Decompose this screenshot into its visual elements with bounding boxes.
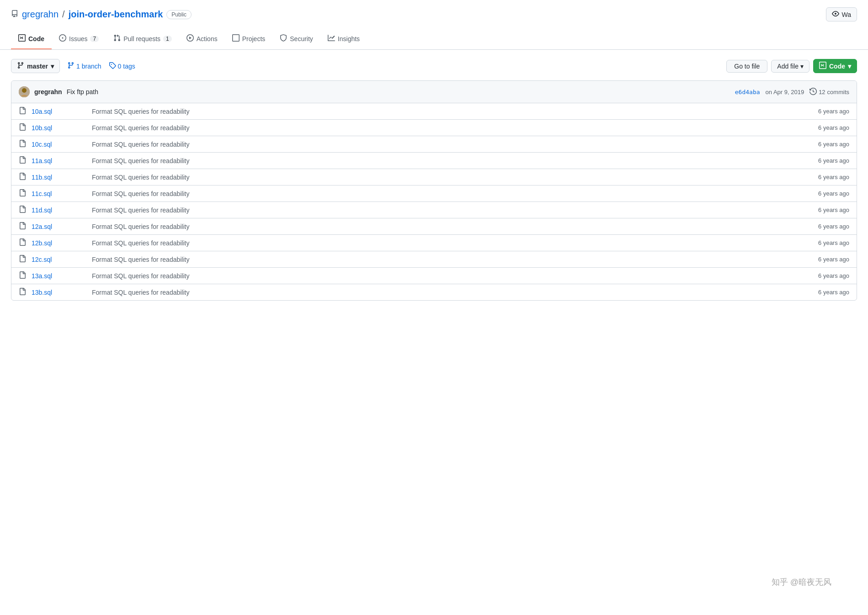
branch-chevron-icon: ▾ <box>51 63 54 70</box>
file-commit-message: Format SQL queries for readability <box>92 272 813 280</box>
file-icon <box>19 206 26 214</box>
file-icon <box>19 255 26 264</box>
nav-projects-label: Projects <box>242 35 266 42</box>
repo-icon <box>11 10 18 19</box>
file-name[interactable]: 13a.sql <box>32 272 86 280</box>
branch-count-link[interactable]: 1 branch <box>67 62 101 70</box>
repo-header: gregrahn / join-order-benchmark Public W… <box>0 0 868 50</box>
file-icon <box>19 271 26 280</box>
add-file-chevron-icon: ▾ <box>800 63 804 70</box>
nav-insights-label: Insights <box>338 35 360 42</box>
nav-item-projects[interactable]: Projects <box>225 29 273 49</box>
file-name[interactable]: 11d.sql <box>32 207 86 214</box>
table-row: 12b.sql Format SQL queries for readabili… <box>11 235 857 251</box>
file-time: 6 years ago <box>818 157 849 164</box>
table-row: 10a.sql Format SQL queries for readabili… <box>11 103 857 120</box>
file-name[interactable]: 11c.sql <box>32 190 86 197</box>
nav-item-actions[interactable]: Actions <box>179 29 225 49</box>
file-commit-message: Format SQL queries for readability <box>92 141 813 148</box>
repo-separator: / <box>62 9 65 20</box>
commit-author[interactable]: gregrahn <box>34 88 62 95</box>
file-icon <box>19 107 26 116</box>
commit-date: on Apr 9, 2019 <box>766 89 804 95</box>
add-file-button[interactable]: Add file ▾ <box>771 60 809 73</box>
svg-point-1 <box>22 88 27 93</box>
file-commit-message: Format SQL queries for readability <box>92 174 813 181</box>
code-nav-icon <box>18 34 26 43</box>
issues-badge: 7 <box>90 36 99 42</box>
commits-count: 12 <box>819 89 825 95</box>
file-name[interactable]: 13b.sql <box>32 289 86 296</box>
nav-item-code[interactable]: Code <box>11 29 52 49</box>
branch-bar-right: Go to file Add file ▾ Code ▾ <box>726 59 857 73</box>
file-time: 6 years ago <box>818 256 849 263</box>
branch-git-icon <box>67 62 75 70</box>
file-time: 6 years ago <box>818 124 849 131</box>
code-btn-label: Code <box>829 63 845 70</box>
issues-nav-icon <box>59 34 66 43</box>
file-name[interactable]: 12c.sql <box>32 256 86 263</box>
nav-list: Code Issues 7 Pull requests 1 <box>11 29 857 49</box>
file-time: 6 years ago <box>818 108 849 115</box>
nav-item-security[interactable]: Security <box>272 29 320 49</box>
file-icon <box>19 189 26 198</box>
file-name[interactable]: 10b.sql <box>32 124 86 132</box>
table-row: 12c.sql Format SQL queries for readabili… <box>11 251 857 268</box>
add-file-label: Add file <box>777 63 799 70</box>
nav-item-pull-requests[interactable]: Pull requests 1 <box>106 29 179 49</box>
table-row: 13a.sql Format SQL queries for readabili… <box>11 268 857 284</box>
nav-item-insights[interactable]: Insights <box>320 29 367 49</box>
file-time: 6 years ago <box>818 239 849 246</box>
watch-button[interactable]: Wa <box>826 7 857 21</box>
branch-bar: master ▾ 1 branch 0 tags Go to file <box>11 59 857 73</box>
repo-owner[interactable]: gregrahn <box>22 9 59 20</box>
commit-message: Fix ftp path <box>67 88 98 95</box>
projects-nav-icon <box>232 34 240 43</box>
pull-requests-badge: 1 <box>163 36 172 42</box>
branch-select-button[interactable]: master ▾ <box>11 59 60 73</box>
commits-link[interactable]: 12 commits <box>809 88 849 96</box>
file-commit-message: Format SQL queries for readability <box>92 108 813 115</box>
nav-item-issues[interactable]: Issues 7 <box>52 29 106 49</box>
repo-nav: Code Issues 7 Pull requests 1 <box>11 29 857 49</box>
file-commit-message: Format SQL queries for readability <box>92 256 813 263</box>
file-name[interactable]: 10a.sql <box>32 108 86 115</box>
branch-select-icon <box>17 62 24 70</box>
file-icon <box>19 140 26 148</box>
repo-name[interactable]: join-order-benchmark <box>69 9 163 20</box>
file-time: 6 years ago <box>818 272 849 279</box>
file-icon <box>19 156 26 165</box>
commit-meta: e6d4aba on Apr 9, 2019 12 commits <box>735 88 849 96</box>
file-name[interactable]: 12b.sql <box>32 239 86 247</box>
file-commit-message: Format SQL queries for readability <box>92 223 813 230</box>
file-time: 6 years ago <box>818 289 849 296</box>
insights-nav-icon <box>328 34 335 43</box>
file-icon <box>19 222 26 231</box>
code-button[interactable]: Code ▾ <box>813 59 857 73</box>
file-icon <box>19 239 26 247</box>
file-icon <box>19 123 26 132</box>
branch-count-number: 1 <box>76 63 80 70</box>
eye-icon <box>832 10 839 19</box>
code-btn-chevron-icon: ▾ <box>848 63 851 70</box>
tag-count-link[interactable]: 0 tags <box>109 62 135 70</box>
file-name[interactable]: 10c.sql <box>32 141 86 148</box>
repo-visibility-badge: Public <box>166 10 192 19</box>
table-row: 11a.sql Format SQL queries for readabili… <box>11 153 857 169</box>
file-icon <box>19 288 26 297</box>
branch-name: master <box>27 63 48 70</box>
actions-nav-icon <box>186 34 194 43</box>
go-to-file-button[interactable]: Go to file <box>726 60 767 73</box>
file-name[interactable]: 11b.sql <box>32 174 86 181</box>
file-name[interactable]: 11a.sql <box>32 157 86 164</box>
file-name[interactable]: 12a.sql <box>32 223 86 230</box>
security-nav-icon <box>280 34 287 43</box>
avatar-image <box>19 86 30 97</box>
commits-label: commits <box>827 89 849 95</box>
main-content: master ▾ 1 branch 0 tags Go to file <box>0 50 868 310</box>
code-btn-icon <box>819 62 826 70</box>
file-commit-message: Format SQL queries for readability <box>92 190 813 197</box>
table-row: 11b.sql Format SQL queries for readabili… <box>11 169 857 186</box>
nav-security-label: Security <box>290 35 313 42</box>
commit-hash[interactable]: e6d4aba <box>735 89 760 95</box>
